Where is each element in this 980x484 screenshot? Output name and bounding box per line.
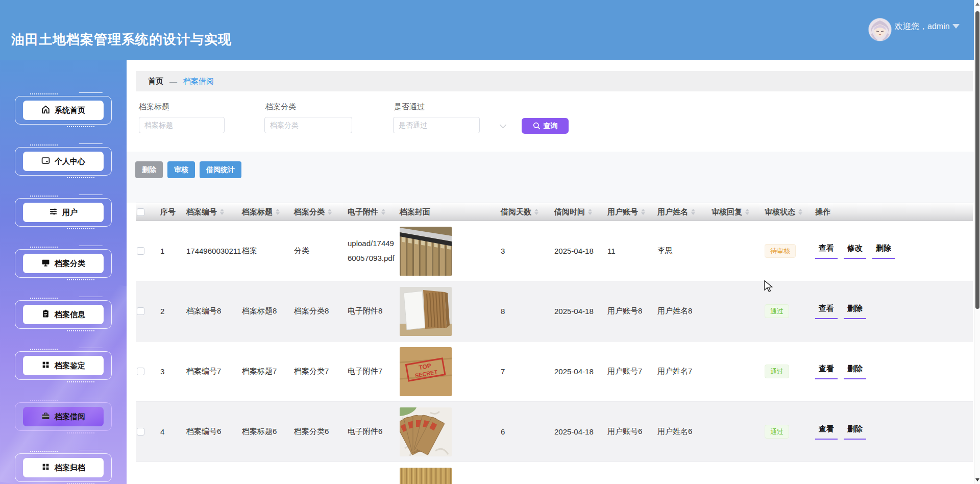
archive-cover-image[interactable] (400, 227, 452, 276)
breadcrumb-home-link[interactable]: 首页 (148, 77, 163, 86)
sidebar-item-1[interactable]: 个人中心 (23, 152, 104, 171)
sort-carets-icon[interactable] (276, 209, 280, 215)
archive-cover-image[interactable]: TOP SECRET (400, 347, 452, 396)
column-header-3: 档案分类 (290, 207, 344, 217)
row-action-button[interactable]: 查看 (815, 364, 838, 379)
cell-title: 档案 (238, 246, 290, 256)
cell-title: 档案标题6 (238, 427, 290, 437)
archive-cover-image[interactable] (400, 287, 452, 336)
scrollbar-down-arrow-icon[interactable] (975, 478, 979, 481)
row-action-button[interactable]: 查看 (815, 304, 838, 319)
row-checkbox[interactable] (137, 428, 144, 435)
scrollbar-thumb[interactable] (975, 11, 979, 309)
column-label: 电子附件 (348, 207, 378, 217)
row-action-button[interactable]: 删除 (872, 244, 895, 259)
table-row: 查看删除 (136, 462, 973, 484)
column-header-0: 序号 (156, 207, 182, 217)
frame-dots (67, 279, 94, 280)
user-menu-chevron-down-icon[interactable] (952, 24, 960, 29)
toolbar-button-1[interactable]: 审核 (167, 161, 195, 178)
sort-carets-icon[interactable] (691, 209, 695, 215)
column-label: 审核回复 (712, 207, 742, 217)
column-header-9: 用户姓名 (653, 207, 707, 217)
welcome-text[interactable]: 欢迎您，admin (895, 21, 950, 32)
sort-carets-icon[interactable] (328, 209, 332, 215)
sidebar-item-5[interactable]: 档案鉴定 (23, 356, 104, 375)
cell-index: 2 (156, 307, 182, 316)
cell-date: 2025-04-18 (550, 247, 603, 255)
row-action-button[interactable]: 查看 (815, 244, 838, 259)
cell-status: 通过 (761, 425, 811, 439)
page-scrollbar[interactable] (974, 0, 980, 484)
row-action-button[interactable]: 删除 (844, 304, 866, 319)
approved-select[interactable] (393, 117, 480, 133)
table-row: 3档案编号7档案标题7档案分类7电子附件7 TOP SECRET 72025-0… (136, 342, 973, 402)
cell-index: 1 (156, 247, 182, 255)
sort-carets-icon[interactable] (381, 209, 385, 215)
sort-carets-icon[interactable] (588, 209, 592, 215)
cell-days: 6 (497, 427, 550, 436)
toolbar-button-0[interactable]: 删除 (135, 161, 163, 178)
sort-carets-icon[interactable] (534, 209, 538, 215)
frame-dots (67, 330, 94, 331)
cell-status: 通过 (761, 365, 811, 378)
archive-category-input[interactable] (264, 117, 352, 133)
archive-category-label: 档案分类 (265, 102, 296, 112)
sort-carets-icon[interactable] (641, 209, 645, 215)
breadcrumb-separator: — (169, 77, 177, 86)
sidebar-item-2[interactable]: 用户 (23, 203, 104, 222)
frame-notch (75, 297, 103, 302)
cell-code: 档案编号6 (182, 427, 238, 437)
archive-cover-image[interactable] (400, 407, 452, 456)
column-label: 序号 (160, 207, 176, 217)
table-row: 11744960030211档案分类upload/1744960057093.p… (136, 221, 973, 281)
frame-notch (75, 143, 103, 149)
filter-bar: 档案标题 档案分类 是否通过 查询 (136, 100, 973, 152)
toolbar-band: 删除审核借阅统计 (127, 152, 974, 203)
clipboard-icon (41, 309, 50, 320)
row-checkbox[interactable] (137, 307, 144, 315)
cell-attachment: upload/1744960057093.pdf (344, 236, 396, 265)
column-label: 档案封面 (400, 207, 430, 217)
column-header-5: 档案封面 (396, 207, 497, 217)
avatar-image (869, 18, 891, 41)
sidebar-item-4[interactable]: 档案信息 (23, 305, 104, 324)
query-button[interactable]: 查询 (522, 118, 569, 134)
select-chevron-down-icon[interactable] (500, 122, 506, 128)
sidebar-item-6[interactable]: 档案借阅 (23, 407, 104, 426)
sort-carets-icon[interactable] (798, 209, 802, 215)
row-checkbox[interactable] (137, 247, 144, 255)
row-checkbox[interactable] (137, 368, 144, 375)
cell-title: 档案标题8 (238, 306, 290, 316)
cell-attachment: 电子附件6 (344, 424, 396, 439)
scrollbar-up-arrow-icon[interactable] (975, 3, 979, 6)
column-label: 审核状态 (765, 207, 795, 217)
cell-date: 2025-04-18 (550, 307, 603, 316)
row-action-button[interactable]: 删除 (844, 424, 866, 440)
toolbar-button-2[interactable]: 借阅统计 (200, 161, 241, 178)
archive-title-input[interactable] (139, 117, 225, 133)
column-header-10: 审核回复 (707, 207, 761, 217)
row-action-button[interactable]: 修改 (844, 244, 866, 259)
sidebar-item-3[interactable]: 档案分类 (23, 254, 104, 273)
sort-carets-icon[interactable] (745, 209, 749, 215)
column-label: 档案编号 (186, 207, 217, 217)
row-action-button[interactable]: 查看 (815, 424, 838, 440)
column-label: 借阅时间 (554, 207, 585, 217)
sidebar-item-label: 档案借阅 (55, 412, 85, 422)
row-action-button[interactable]: 删除 (844, 364, 866, 379)
toolbar-buttons: 删除审核借阅统计 (135, 161, 241, 178)
cell-days: 7 (497, 367, 550, 376)
archive-cover-image[interactable] (400, 468, 452, 484)
cell-index: 4 (156, 427, 182, 436)
column-label: 档案分类 (294, 207, 325, 217)
frame-dots (67, 228, 94, 229)
search-icon (533, 122, 541, 130)
sidebar-item-7[interactable]: 档案归档 (23, 458, 104, 477)
sidebar-item-0[interactable]: 系统首页 (23, 101, 104, 120)
frame-notch (75, 348, 103, 353)
briefcase-icon (41, 412, 50, 422)
sort-carets-icon[interactable] (220, 209, 224, 215)
user-avatar[interactable] (869, 18, 891, 41)
select-all-checkbox[interactable] (137, 208, 144, 216)
